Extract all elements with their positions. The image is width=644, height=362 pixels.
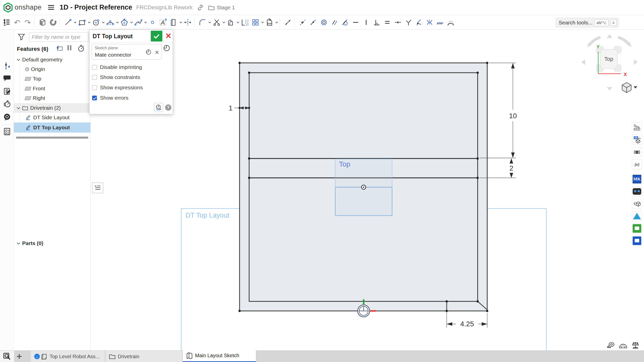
dimension-tool-icon[interactable] [283, 17, 292, 28]
protractor-icon[interactable] [619, 342, 628, 350]
dialog-checkbox-1[interactable] [92, 75, 97, 80]
release-notes-icon[interactable] [3, 87, 11, 96]
add-tab-button[interactable]: + [17, 351, 22, 362]
workspace-name[interactable]: FRCDesignLib Rework [136, 4, 193, 11]
offset-tool-dropdown[interactable] [237, 21, 239, 23]
tree-item-default-geometry[interactable]: Default geometry [14, 55, 90, 64]
mirror-tool-icon[interactable] [183, 17, 192, 28]
sketch-query-icon[interactable] [154, 103, 163, 112]
normal-constraint-icon[interactable] [404, 17, 413, 28]
offset-tool-icon[interactable] [226, 17, 235, 28]
fillet-tool-dropdown[interactable] [209, 21, 211, 23]
dialog-checkbox-2[interactable] [92, 85, 97, 90]
arc-tool-icon[interactable] [106, 17, 115, 28]
onshape-logo[interactable]: onshape [4, 3, 42, 13]
tab-drivetrain[interactable]: Drivetrain [105, 351, 182, 362]
tree-item-origin[interactable]: Origin [14, 64, 90, 74]
task-list-icon[interactable] [3, 127, 11, 136]
vertical-constraint-icon[interactable] [362, 17, 371, 28]
import-dxf-dropdown[interactable] [276, 21, 278, 23]
horizontal-constraint-icon[interactable] [351, 17, 360, 28]
export-app-icon[interactable] [632, 199, 642, 209]
concentric-constraint-icon[interactable] [319, 17, 328, 28]
blue-library-app-icon[interactable] [632, 236, 642, 246]
mkcad-app-icon[interactable]: MK [632, 174, 642, 184]
tree-item-drivetrain-folder[interactable]: Drivetrain (2) [14, 103, 90, 113]
chevron-down-icon[interactable] [17, 241, 20, 245]
chevron-down-icon[interactable] [17, 106, 20, 109]
rectangle-tool-dropdown[interactable] [88, 21, 91, 23]
performance-icon[interactable] [3, 100, 11, 108]
trim-tool-dropdown[interactable] [223, 21, 225, 23]
extrude-icon[interactable] [38, 17, 47, 28]
cancel-button[interactable]: ✕ [164, 32, 172, 40]
circle-tool-dropdown[interactable] [102, 21, 105, 23]
panel-collapse-toggle[interactable] [92, 183, 103, 193]
revolve-icon[interactable] [49, 17, 58, 28]
fillet-tool-icon[interactable] [198, 17, 207, 28]
view-cube[interactable]: Top Y X [576, 33, 642, 93]
tree-item-top-plane[interactable]: Top [14, 74, 90, 84]
tangent-constraint-icon[interactable] [340, 17, 350, 28]
checkbox-row-show-errors[interactable]: Show errors [92, 95, 128, 101]
line-tool-icon[interactable] [63, 17, 72, 28]
sketch-plane-field[interactable]: Sketch plane Mate connector ✕ [92, 44, 162, 60]
appearance-panel-icon[interactable] [632, 122, 642, 132]
checkbox-row-disable-imprinting[interactable]: Disable imprinting [92, 64, 142, 70]
circle-tool-icon[interactable] [92, 17, 101, 28]
view-options-dropdown[interactable] [634, 86, 637, 89]
spline-tool-dropdown[interactable] [144, 21, 147, 23]
checkbox-row-show-expressions[interactable]: Show expressions [92, 85, 143, 91]
tab-main-layout-sketch[interactable]: Main Layout Sketch [183, 350, 256, 362]
chevron-down-icon[interactable] [17, 58, 20, 61]
green-library-app-icon[interactable] [632, 223, 642, 233]
origin-point[interactable] [362, 185, 366, 189]
arc-tool-dropdown[interactable] [116, 21, 119, 23]
midpoint-constraint-icon[interactable] [393, 17, 402, 28]
insert-folder-icon[interactable] [55, 45, 63, 52]
tree-item-front-plane[interactable]: Front [14, 84, 90, 93]
construction-tool-icon[interactable] [298, 17, 307, 28]
search-tools-button[interactable]: Search tools... alt/⌥ c [555, 17, 619, 28]
robot-assistant-icon[interactable] [632, 186, 642, 196]
spline-tool-icon[interactable] [134, 17, 143, 28]
feature-list-toggle-icon[interactable] [2, 17, 11, 28]
featurescript-notices-icon[interactable]: {▦} [632, 147, 642, 157]
main-menu-icon[interactable] [48, 4, 54, 11]
clear-selection-icon[interactable]: ✕ [155, 49, 159, 56]
filter-icon[interactable] [18, 34, 25, 41]
link-icon[interactable] [197, 4, 204, 11]
create-version-icon[interactable] [3, 62, 11, 70]
rollback-timer-icon[interactable] [78, 45, 85, 53]
dialog-checkbox-3[interactable] [92, 96, 97, 100]
isometric-view-button[interactable] [622, 83, 631, 93]
coincident-constraint-icon[interactable] [309, 17, 318, 28]
slot-tool-dropdown[interactable] [180, 21, 182, 23]
parallel-constraint-icon[interactable] [330, 17, 339, 28]
rectangle-tool-icon[interactable] [78, 17, 87, 28]
perpendicular-constraint-icon[interactable] [372, 17, 381, 28]
mass-properties-icon[interactable] [632, 342, 639, 350]
equal-constraint-icon[interactable] [383, 17, 392, 28]
parts-section-header[interactable]: Parts (0) [14, 238, 90, 248]
pierce-constraint-icon[interactable] [414, 17, 424, 28]
polygon-tool-dropdown[interactable] [130, 21, 133, 23]
variable-studio-icon[interactable]: (x) [632, 159, 642, 169]
symmetric-constraint-icon[interactable] [425, 17, 434, 28]
curvature-constraint-icon[interactable] [446, 17, 455, 28]
point-tool-icon[interactable] [148, 17, 157, 28]
configurations-icon[interactable] [632, 135, 642, 145]
polygon-tool-icon[interactable] [120, 17, 129, 28]
tree-item-right-plane[interactable]: Right [14, 93, 90, 103]
tree-item-dt-side-layout[interactable]: DT Side Layout [14, 113, 90, 122]
pattern-tool-dropdown[interactable] [261, 21, 264, 23]
checkbox-row-show-constraints[interactable]: Show constraints [92, 74, 140, 80]
horizontal-scrollbar[interactable] [16, 137, 88, 139]
comments-icon[interactable] [3, 74, 11, 83]
mate-connector-toggle-icon[interactable] [163, 45, 170, 53]
import-dxf-icon[interactable]: DXF [265, 17, 274, 28]
text-tool-icon[interactable]: A [159, 17, 168, 28]
use-project-tool-icon[interactable] [240, 17, 249, 28]
dialog-checkbox-0[interactable] [92, 65, 97, 70]
tree-item-dt-top-layout[interactable]: DT Top Layout [14, 123, 90, 133]
